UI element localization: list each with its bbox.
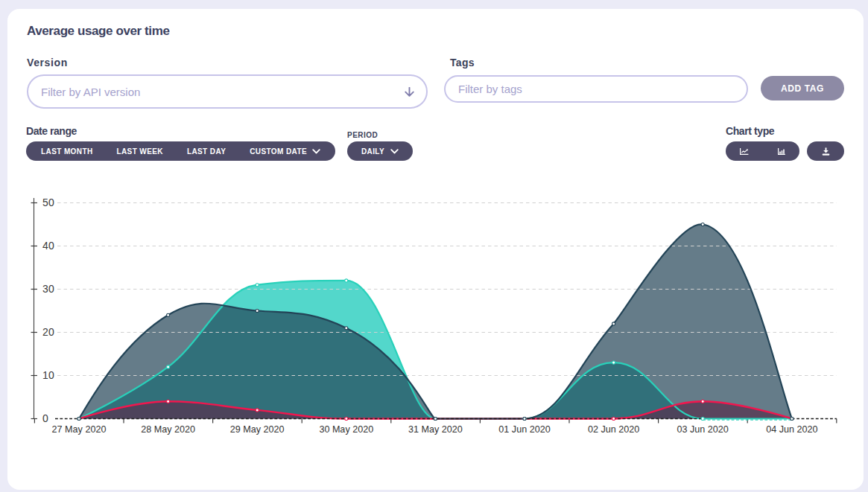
svg-text:03 Jun 2020: 03 Jun 2020 (677, 424, 729, 435)
svg-text:0: 0 (42, 412, 48, 424)
svg-text:31 May 2020: 31 May 2020 (408, 424, 463, 435)
svg-text:04 Jun 2020: 04 Jun 2020 (766, 424, 817, 435)
svg-text:30: 30 (42, 283, 54, 295)
svg-text:01 Jun 2020: 01 Jun 2020 (498, 424, 550, 435)
svg-text:40: 40 (42, 240, 54, 252)
svg-text:30 May 2020: 30 May 2020 (319, 424, 373, 435)
svg-text:27 May 2020: 27 May 2020 (52, 424, 107, 435)
svg-text:20: 20 (42, 326, 54, 338)
svg-text:29 May 2020: 29 May 2020 (230, 424, 285, 435)
svg-text:10: 10 (42, 369, 54, 381)
svg-text:28 May 2020: 28 May 2020 (141, 424, 195, 435)
svg-text:50: 50 (42, 197, 54, 208)
svg-text:02 Jun 2020: 02 Jun 2020 (588, 424, 639, 435)
